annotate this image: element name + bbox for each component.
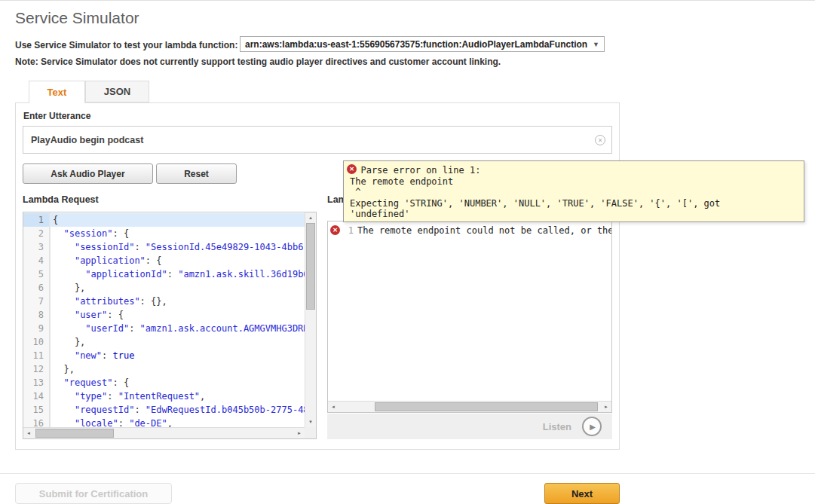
error-icon: ✕ bbox=[347, 164, 357, 174]
tooltip-line: Parse error on line 1: bbox=[350, 165, 798, 176]
lambda-arn-value: arn:aws:lambda:us-east-1:556905673575:fu… bbox=[245, 39, 587, 50]
code-line: 10 }, bbox=[23, 335, 305, 349]
submit-certification-button[interactable]: Submit for Certification bbox=[15, 483, 172, 504]
vertical-scrollbar[interactable]: ▲ ▼ bbox=[305, 212, 316, 427]
code-line: 14 "type": "IntentRequest", bbox=[23, 389, 305, 403]
line-number: 15 bbox=[23, 403, 50, 417]
horizontal-scroll-thumb[interactable] bbox=[35, 429, 114, 438]
code-line: 9 "userId": "amzn1.ask.account.AGMGVMHG3… bbox=[23, 322, 305, 335]
line-number: 5 bbox=[23, 267, 50, 281]
response-line-number: 1 bbox=[340, 225, 357, 236]
line-number: 16 bbox=[23, 417, 50, 427]
listen-bar: Listen ▶ bbox=[327, 414, 612, 439]
code-line: 15 "requestId": "EdwRequestId.b045b50b-2… bbox=[23, 403, 305, 417]
scroll-left-arrow-icon[interactable]: ◄ bbox=[23, 428, 34, 438]
line-number: 3 bbox=[23, 240, 50, 254]
ask-button-label: Ask Audio Player bbox=[51, 169, 124, 179]
line-number: 2 bbox=[23, 227, 50, 240]
scrollbar-corner bbox=[305, 427, 316, 438]
listen-label: Listen bbox=[543, 421, 571, 432]
scroll-down-arrow-icon[interactable]: ▼ bbox=[305, 417, 316, 427]
footer-divider bbox=[0, 473, 815, 474]
code-line: 12 }, bbox=[23, 362, 305, 376]
play-button[interactable]: ▶ bbox=[582, 417, 602, 436]
code-line: 2 "session": { bbox=[23, 227, 305, 240]
utterance-label: Enter Utterance bbox=[23, 111, 90, 121]
lambda-function-dropdown[interactable]: arn:aws:lambda:us-east-1:556905673575:fu… bbox=[240, 36, 605, 52]
tooltip-line: The remote endpoint bbox=[350, 176, 798, 188]
top-divider bbox=[0, 0, 815, 1]
error-tooltip: ✕ Parse error on line 1:The remote endpo… bbox=[343, 160, 804, 222]
line-number: 10 bbox=[23, 335, 50, 349]
tooltip-line: ^ bbox=[350, 187, 798, 198]
line-number: 4 bbox=[23, 254, 50, 267]
code-line: 11 "new": true bbox=[23, 349, 305, 362]
play-icon: ▶ bbox=[590, 423, 596, 431]
vertical-scroll-thumb[interactable] bbox=[306, 223, 315, 310]
submit-button-label: Submit for Certification bbox=[39, 488, 148, 499]
code-line: 8 "user": { bbox=[23, 308, 305, 322]
chevron-down-icon: ▼ bbox=[593, 41, 599, 48]
reset-button-label: Reset bbox=[184, 169, 209, 179]
reset-button[interactable]: Reset bbox=[156, 163, 237, 184]
scroll-up-arrow-icon[interactable]: ▲ bbox=[305, 212, 316, 223]
code-line: 3 "sessionId": "SessionId.45e49829-1043-… bbox=[23, 240, 305, 254]
tab-json-label: JSON bbox=[104, 86, 130, 97]
ask-audio-player-button[interactable]: Ask Audio Player bbox=[23, 163, 153, 184]
tab-json[interactable]: JSON bbox=[85, 81, 149, 102]
line-number: 12 bbox=[23, 362, 50, 376]
response-line: ✕ 1 The remote endpoint could not be cal… bbox=[328, 224, 611, 237]
error-icon: ✕ bbox=[330, 225, 340, 235]
page-title: Service Simulator bbox=[15, 9, 139, 27]
code-line: 1{ bbox=[23, 213, 305, 227]
tab-text-label: Text bbox=[47, 87, 67, 98]
scroll-right-arrow-icon[interactable]: ► bbox=[601, 402, 611, 412]
code-line: 7 "attributes": {}, bbox=[23, 295, 305, 308]
tab-text[interactable]: Text bbox=[29, 81, 85, 103]
next-button[interactable]: Next bbox=[544, 483, 620, 504]
line-number: 1 bbox=[23, 213, 50, 227]
clear-icon[interactable]: ✕ bbox=[595, 135, 605, 145]
code-line: 13 "request": { bbox=[23, 376, 305, 389]
line-number: 11 bbox=[23, 349, 50, 362]
lambda-response-editor[interactable]: ✕ 1 The remote endpoint could not be cal… bbox=[327, 221, 612, 413]
horizontal-scrollbar[interactable]: ◄ ► bbox=[23, 427, 305, 438]
scroll-right-arrow-icon[interactable]: ► bbox=[294, 428, 305, 438]
code-line: 6 }, bbox=[23, 281, 305, 295]
error-tooltip-lines: Parse error on line 1:The remote endpoin… bbox=[350, 165, 798, 220]
service-simulator-page: Service Simulator Use Service Simulator … bbox=[0, 0, 815, 504]
code-line: 5 "applicationId": "amzn1.ask.skill.36d1… bbox=[23, 267, 305, 281]
request-editor-lines: 1{2 "session": {3 "sessionId": "SessionI… bbox=[23, 213, 305, 427]
tooltip-line: Expecting 'STRING', 'NUMBER', 'NULL', 'T… bbox=[350, 198, 798, 209]
line-number: 9 bbox=[23, 322, 50, 335]
line-number: 8 bbox=[23, 308, 50, 322]
lambda-request-label: Lambda Request bbox=[23, 194, 99, 205]
lambda-function-label: Use Service Simulator to test your lambd… bbox=[15, 40, 237, 50]
scroll-left-arrow-icon[interactable]: ◄ bbox=[328, 402, 339, 412]
response-horizontal-scroll-thumb[interactable] bbox=[375, 402, 598, 411]
code-line: 16 "locale": "de-DE", bbox=[23, 417, 305, 427]
utterance-input[interactable] bbox=[23, 126, 612, 154]
line-number: 14 bbox=[23, 389, 50, 403]
line-number: 6 bbox=[23, 281, 50, 295]
note-text: Note: Service Simulator does not current… bbox=[15, 57, 501, 67]
response-horizontal-scrollbar[interactable]: ◄ ► bbox=[328, 401, 611, 412]
line-number: 7 bbox=[23, 295, 50, 308]
lambda-request-editor[interactable]: 1{2 "session": {3 "sessionId": "SessionI… bbox=[23, 212, 317, 439]
tooltip-line: 'undefined' bbox=[350, 209, 798, 220]
response-line-text: The remote endpoint could not be called,… bbox=[357, 225, 611, 236]
line-number: 13 bbox=[23, 376, 50, 389]
next-button-label: Next bbox=[571, 488, 593, 499]
code-line: 4 "application": { bbox=[23, 254, 305, 267]
